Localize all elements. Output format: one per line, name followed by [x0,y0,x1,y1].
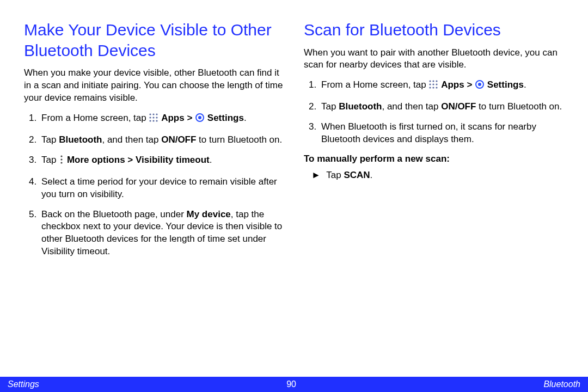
step-1: From a Home screen, tap Apps > Settings. [39,112,284,126]
two-column-layout: Make Your Device Visible to Other Blueto… [0,0,588,266]
step3-a: Tap [41,155,59,165]
svg-point-8 [156,120,158,121]
page-number: 90 [286,379,296,389]
step2-b: , and then tap [102,134,161,145]
onoff-bold: ON/OFF [441,101,476,112]
svg-point-7 [153,120,155,121]
step2-a: Tap [321,101,339,112]
triangle-marker-icon: ► [311,170,321,181]
svg-point-3 [150,117,151,118]
svg-point-24 [478,83,481,86]
svg-point-19 [436,84,438,85]
svg-point-21 [433,87,434,89]
bluetooth-bold: Bluetooth [59,134,102,145]
step1-text-a: From a Home screen, tap [41,113,149,123]
scan-instruction: ► Tap SCAN. [304,170,564,181]
subhead-manual-scan: To manually perform a new scan: [304,154,564,164]
svg-point-12 [61,158,63,160]
svg-point-17 [430,84,431,85]
bluetooth-bold: Bluetooth [339,101,382,112]
svg-point-18 [433,84,434,85]
period: . [524,79,526,90]
apps-grid-icon [149,113,158,126]
more-options-label: More options > Visibility timeout [67,155,210,165]
scan-text-a: Tap [326,170,344,180]
step-3: When Bluetooth is first turned on, it sc… [319,121,564,146]
svg-point-0 [150,113,151,115]
svg-point-2 [156,113,158,115]
onoff-bold: ON/OFF [161,134,196,145]
svg-point-11 [61,155,63,157]
svg-point-5 [156,117,158,118]
footer-left: Settings [8,379,39,389]
step5-a: Back on the Bluetooth page, under [41,209,187,219]
step-3: Tap More options > Visibility timeout. [39,154,284,168]
section-title-scan: Scan for Bluetooth Devices [304,20,564,40]
manual-page: Make Your Device Visible to Other Blueto… [0,0,588,392]
intro-visibility: When you make your device visible, other… [24,67,284,105]
right-column: Scan for Bluetooth Devices When you want… [304,20,564,266]
settings-gear-icon [475,79,485,93]
intro-scan: When you want to pair with another Bluet… [304,47,564,72]
left-column: Make Your Device Visible to Other Blueto… [24,20,284,266]
step2-c: to turn Bluetooth on. [196,134,282,145]
step2-b: , and then tap [382,101,441,112]
settings-label: Settings [487,79,524,90]
step2-c: to turn Bluetooth on. [476,101,562,112]
svg-point-1 [153,113,155,115]
settings-gear-icon [195,113,205,126]
svg-point-6 [150,120,151,121]
step2-a: Tap [41,134,59,145]
svg-point-13 [61,162,63,163]
svg-point-14 [430,81,431,82]
apps-grid-icon [428,79,438,93]
svg-point-4 [153,117,155,118]
settings-label: Settings [207,113,244,123]
more-options-icon [59,155,64,168]
svg-point-20 [430,87,431,89]
svg-point-10 [198,116,201,119]
period: . [244,113,247,123]
section-title-visibility: Make Your Device Visible to Other Blueto… [24,20,284,60]
period: . [210,155,212,165]
step-1: From a Home screen, tap Apps > Settings. [319,79,564,93]
svg-point-22 [436,87,438,89]
step1-text-a: From a Home screen, tap [321,79,428,90]
apps-label: Apps > [161,113,195,123]
step-4: Select a time period for your device to … [39,176,284,201]
steps-scan: From a Home screen, tap Apps > Settings.… [304,79,564,146]
apps-label: Apps > [441,79,475,90]
step-2: Tap Bluetooth, and then tap ON/OFF to tu… [319,101,564,113]
scan-bold: SCAN [344,170,370,180]
period: . [370,170,373,180]
svg-point-16 [436,81,438,82]
step-5: Back on the Bluetooth page, under My dev… [39,209,284,259]
steps-visibility: From a Home screen, tap Apps > Settings.… [24,112,284,258]
page-footer: Settings 90 Bluetooth [0,377,588,392]
mydevice-bold: My device [187,209,231,219]
step-2: Tap Bluetooth, and then tap ON/OFF to tu… [39,134,284,146]
svg-point-15 [433,81,434,82]
footer-right: Bluetooth [543,379,580,389]
